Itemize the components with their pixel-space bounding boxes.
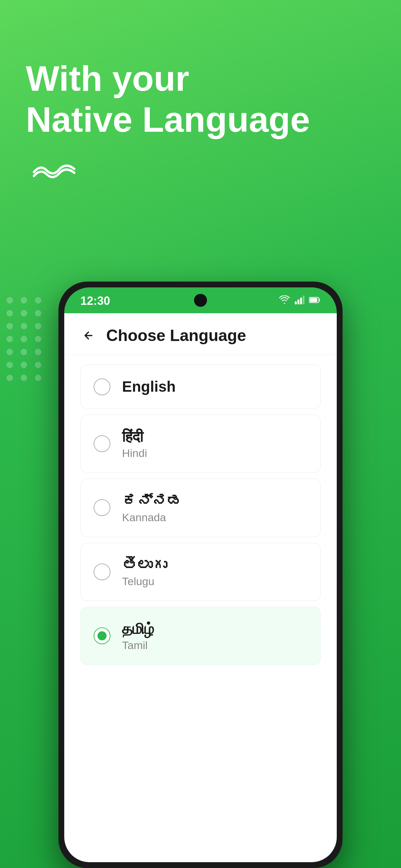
phone-outer-frame: 12:30 (58, 282, 343, 868)
wifi-icon (279, 296, 290, 307)
language-native-kannada: ಕನ್ನಡ (122, 492, 182, 509)
svg-rect-0 (295, 301, 297, 304)
language-item-kannada[interactable]: ಕನ್ನಡ Kannada (81, 478, 320, 537)
language-text-telugu: తెలుగు Telugu (122, 556, 166, 588)
back-button[interactable] (81, 328, 96, 344)
phone-mockup: 12:30 (58, 282, 343, 868)
signal-icon (295, 296, 305, 307)
battery-icon (309, 296, 320, 307)
language-list: English हिंदी Hindi (64, 355, 337, 675)
language-text-hindi: हिंदी Hindi (122, 428, 147, 460)
language-native-hindi: हिंदी (122, 428, 147, 445)
phone-screen: 12:30 (64, 287, 337, 862)
screen-content: Choose Language English (64, 313, 337, 862)
radio-english[interactable] (94, 378, 111, 395)
svg-rect-5 (310, 298, 317, 302)
svg-rect-1 (297, 299, 299, 304)
language-item-english[interactable]: English (81, 365, 320, 409)
svg-rect-2 (300, 298, 302, 304)
header-section: With your Native Language (0, 0, 401, 203)
app-bar: Choose Language (64, 313, 337, 355)
wave-decoration-icon (32, 156, 84, 183)
language-native-telugu: తెలుగు (122, 556, 166, 574)
language-native-english: English (122, 378, 176, 396)
language-english-tamil: Tamil (122, 639, 154, 652)
language-text-kannada: ಕನ್ನಡ Kannada (122, 492, 182, 523)
status-time: 12:30 (81, 294, 110, 308)
svg-rect-3 (303, 296, 305, 304)
language-item-hindi[interactable]: हिंदी Hindi (81, 414, 320, 473)
status-bar: 12:30 (64, 287, 337, 313)
language-native-tamil: தமிழ் (122, 620, 154, 638)
camera-icon (194, 294, 207, 307)
page-title: With your Native Language (26, 58, 310, 140)
language-item-tamil[interactable]: தமிழ் Tamil (81, 607, 320, 665)
status-icons (279, 296, 320, 307)
language-text-tamil: தமிழ் Tamil (122, 620, 154, 652)
app-bar-title: Choose Language (106, 326, 246, 345)
radio-telugu[interactable] (94, 563, 111, 580)
language-english-hindi: Hindi (122, 447, 147, 460)
language-item-telugu[interactable]: తెలుగు Telugu (81, 543, 320, 601)
radio-hindi[interactable] (94, 435, 111, 452)
radio-tamil[interactable] (94, 627, 111, 644)
language-english-kannada: Kannada (122, 511, 182, 524)
language-english-telugu: Telugu (122, 575, 166, 588)
decorative-dots (0, 290, 49, 388)
radio-kannada[interactable] (94, 499, 111, 516)
language-text-english: English (122, 378, 176, 396)
